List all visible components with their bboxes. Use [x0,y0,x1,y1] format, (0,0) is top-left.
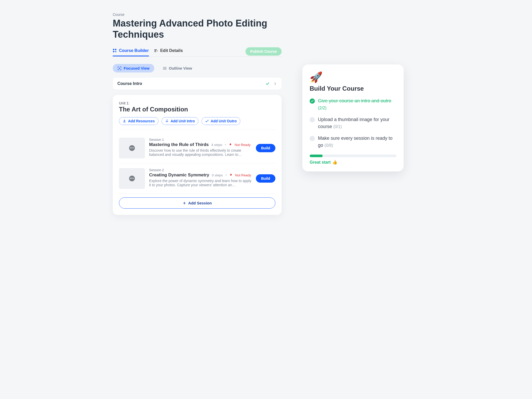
build-progress-card: 🚀 Build Your Course Give your course an … [302,64,404,171]
session-steps: 4 steps [211,143,222,147]
grid-icon [113,49,117,53]
check-icon [310,98,315,104]
checklist: Give your course an intro and outro (2/2… [310,97,396,149]
focus-icon [117,66,122,70]
session-thumb: ••• [119,168,145,189]
flame-icon [229,173,232,176]
svg-point-6 [163,69,164,70]
svg-rect-2 [113,51,114,52]
tabs: Course Builder Edit Details [113,46,183,56]
separator-icon: • [225,142,226,147]
unit-chip-row: Add Resources Add Unit Intro Add Unit Ou… [119,117,275,130]
tab-label: Course Builder [119,48,149,53]
unit-card: Unit 1: The Art of Composition Add Resou… [113,95,282,215]
tabs-row: Course Builder Edit Details Publish Cour… [113,46,282,57]
build-session-button[interactable]: Build [256,144,275,152]
checklist-text: Give your course an intro and outro [318,98,391,103]
svg-rect-1 [115,49,116,50]
tab-edit-details[interactable]: Edit Details [154,46,183,56]
session-desc: Discover how to use the rule of thirds e… [149,148,252,157]
progress-text: Great start [310,160,331,165]
rocket-icon: 🚀 [310,71,396,83]
unit-title: The Art of Composition [119,106,275,113]
chip-label: Add Unit Intro [171,119,195,123]
view-toggle: Focused View Outline View [113,64,282,72]
course-intro-row[interactable]: Course Intro [113,78,282,90]
tab-course-builder[interactable]: Course Builder [113,46,149,56]
session-title: Mastering the Rule of Thirds [149,142,209,147]
edit-list-icon [154,49,158,53]
checklist-item[interactable]: Make sure every session is ready to go (… [310,135,396,149]
more-icon[interactable]: ••• [129,145,135,151]
list-icon [163,66,167,70]
view-focused[interactable]: Focused View [113,64,154,72]
check-pen-icon [205,119,209,123]
session-eyebrow: Session 1 [149,138,252,142]
session-desc: Explore the power of dynamic symmetry an… [149,179,252,187]
chip-label: Add Resources [128,119,155,123]
session-steps: 0 steps [212,173,223,177]
add-unit-outro-chip[interactable]: Add Unit Outro [202,117,240,125]
session-row: ••• Session 2 Creating Dynamic Symmetry … [119,163,275,194]
svg-rect-3 [119,68,120,69]
add-resources-chip[interactable]: Add Resources [119,117,158,125]
separator-icon: • [225,173,227,177]
progress-label: Great start 👍 [310,160,396,165]
add-unit-intro-chip[interactable]: Add Unit Intro [162,117,198,125]
progress-fill [310,155,323,157]
session-thumb: ••• [119,138,145,158]
checklist-count: (0/1) [333,124,342,129]
view-outline[interactable]: Outline View [158,64,197,72]
checklist-item[interactable]: Upload a thumbnail image for your course… [310,116,396,130]
session-status: Not Ready [235,143,250,147]
chevron-right-icon [273,82,277,85]
progress-bar [310,155,396,157]
thumbs-up-icon: 👍 [332,160,337,165]
flame-icon [229,143,232,146]
course-intro-label: Course Intro [117,81,142,86]
side-title: Build Your Course [310,85,396,92]
checklist-count: (2/2) [318,106,327,110]
tab-label: Edit Details [160,48,183,53]
download-icon [123,119,126,123]
view-label: Outline View [169,66,192,70]
checklist-text: Upload a thumbnail image for your course [318,117,389,129]
session-eyebrow: Session 2 [149,168,252,172]
circle-icon [310,117,315,122]
checklist-item[interactable]: Give your course an intro and outro (2/2… [310,97,396,111]
build-session-button[interactable]: Build [256,174,275,183]
add-session-label: Add Session [188,201,212,205]
add-session-button[interactable]: Add Session [119,197,275,209]
plus-icon [183,201,186,205]
circle-icon [310,136,315,141]
session-status: Not Ready [235,173,251,177]
more-icon[interactable]: ••• [129,176,135,181]
check-icon [265,82,270,86]
session-title: Creating Dynamic Symmetry [149,172,209,178]
session-row: ••• Session 1 Mastering the Rule of Thir… [119,133,275,163]
svg-rect-0 [113,49,114,50]
page-title: Mastering Advanced Photo Editing Techniq… [113,18,282,40]
checklist-count: (0/8) [324,143,333,148]
chip-label: Add Unit Outro [211,119,237,123]
wave-icon [165,119,169,123]
publish-course-button[interactable]: Publish Course [245,47,282,56]
svg-point-4 [163,67,164,68]
page-eyebrow: Course [113,12,282,17]
view-label: Focused View [124,66,150,70]
unit-eyebrow: Unit 1: [119,101,275,105]
svg-point-5 [163,68,164,69]
